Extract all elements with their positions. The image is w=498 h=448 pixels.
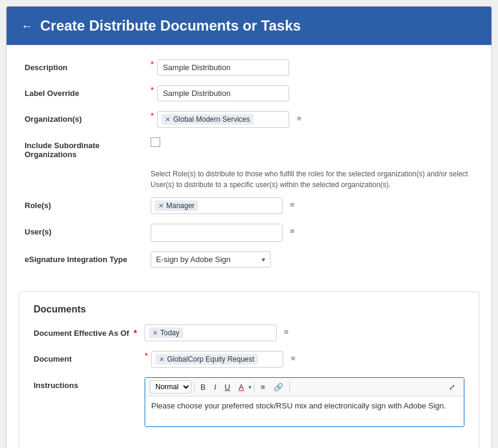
roles-list-icon[interactable]: ≡ (285, 197, 299, 212)
label-override-control: * (151, 85, 473, 101)
page-title: Create Distribute Documents or Tasks (40, 17, 301, 34)
doc-effective-list-icon[interactable]: ≡ (279, 324, 293, 339)
toolbar-expand-button[interactable]: ⤢ (445, 381, 459, 393)
description-required: * (151, 59, 154, 69)
page-wrapper: ← Create Distribute Documents or Tasks D… (6, 6, 492, 448)
organization-label: Organization(s) (25, 111, 151, 124)
document-chip-label: GlobalCorp Equity Request (167, 355, 254, 363)
doc-effective-required: * (134, 328, 137, 338)
toolbar-underline-button[interactable]: U (221, 381, 233, 393)
esignature-control: E-sign by Adobe Sign ▾ (151, 251, 473, 267)
doc-effective-row: Document Effective As Of * ✕ Today ≡ (34, 324, 464, 341)
document-chips: ✕ GlobalCorp Equity Request (155, 354, 279, 365)
organization-field[interactable]: ✕ Global Modern Services (157, 111, 289, 128)
doc-effective-control: ✕ Today ≡ (145, 324, 464, 341)
editor-content[interactable]: Please choose your preferred stock/RSU m… (145, 396, 464, 426)
subordinate-control (151, 137, 473, 147)
instructions-label: Instructions (34, 377, 145, 390)
document-chip-remove[interactable]: ✕ (159, 356, 164, 363)
toolbar-text-color-button[interactable]: A (235, 381, 248, 393)
roles-chip-label: Manager (166, 202, 194, 210)
description-input[interactable] (157, 59, 289, 76)
doc-effective-field[interactable]: ✕ Today (145, 324, 277, 341)
document-control: * ✕ GlobalCorp Equity Request ≡ (145, 351, 464, 368)
description-control: * (151, 59, 473, 76)
subordinate-checkbox[interactable] (151, 137, 160, 147)
description-label: Description (25, 59, 151, 72)
roles-label: Role(s) (25, 197, 151, 210)
instructions-control: Normal B I U A ▾ ≡ 🔗 ⤢ Please (145, 377, 464, 427)
organization-chips: ✕ Global Modern Services (161, 114, 285, 125)
organization-required: * (151, 111, 154, 121)
label-override-label: Label Override (25, 85, 151, 98)
roles-chip: ✕ Manager (155, 200, 198, 211)
roles-field[interactable]: ✕ Manager (151, 197, 283, 214)
subordinate-row: Include Subordinate Organizations (25, 137, 473, 159)
toolbar-link-button[interactable]: 🔗 (270, 381, 287, 393)
main-form: Description * Label Override * Organizat… (7, 45, 491, 291)
document-required: * (145, 351, 148, 360)
instructions-editor[interactable]: Normal B I U A ▾ ≡ 🔗 ⤢ Please (145, 377, 464, 427)
subordinate-label: Include Subordinate Organizations (25, 137, 151, 159)
toolbar-style-select[interactable]: Normal (150, 380, 191, 393)
document-row: Document * ✕ GlobalCorp Equity Request ≡ (34, 351, 464, 368)
toolbar-bold-button[interactable]: B (197, 381, 209, 393)
users-label: User(s) (25, 224, 151, 236)
organization-chip-label: Global Modern Services (173, 115, 250, 124)
doc-effective-chip-label: Today (160, 329, 179, 337)
label-override-row: Label Override * (25, 85, 473, 101)
doc-effective-chip-remove[interactable]: ✕ (152, 329, 158, 337)
toolbar-divider-1 (194, 382, 194, 392)
instructions-row: Instructions Normal B I U A ▾ ≡ (34, 377, 464, 427)
organization-list-icon[interactable]: ≡ (292, 111, 306, 125)
document-chip: ✕ GlobalCorp Equity Request (155, 354, 257, 365)
organization-chip-remove[interactable]: ✕ (165, 116, 170, 124)
users-field[interactable] (151, 224, 283, 242)
organization-row: Organization(s) * ✕ Global Modern Servic… (25, 111, 473, 128)
documents-section: Documents Document Effective As Of * ✕ T… (19, 291, 479, 448)
editor-toolbar: Normal B I U A ▾ ≡ 🔗 ⤢ (145, 378, 464, 396)
toolbar-italic-button[interactable]: I (211, 381, 220, 393)
document-field[interactable]: ✕ GlobalCorp Equity Request (151, 351, 283, 368)
document-list-icon[interactable]: ≡ (286, 351, 300, 365)
esignature-select[interactable]: E-sign by Adobe Sign ▾ (151, 251, 271, 267)
users-row: User(s) ≡ (25, 224, 473, 242)
organization-chip: ✕ Global Modern Services (161, 114, 253, 125)
users-list-icon[interactable]: ≡ (285, 224, 299, 238)
header: ← Create Distribute Documents or Tasks (7, 7, 491, 45)
doc-effective-chip: ✕ Today (149, 327, 183, 338)
esignature-value: E-sign by Adobe Sign (156, 255, 230, 264)
label-override-input[interactable] (157, 85, 289, 101)
documents-title: Documents (34, 304, 464, 315)
roles-control: ✕ Manager ≡ (151, 197, 473, 214)
toolbar-divider-3 (289, 382, 290, 392)
roles-chips: ✕ Manager (155, 200, 278, 211)
doc-effective-chips: ✕ Today (149, 327, 272, 338)
label-override-required: * (151, 85, 154, 95)
chevron-down-icon: ▾ (262, 255, 265, 264)
esignature-row: eSignature Integration Type E-sign by Ad… (25, 251, 473, 267)
roles-row: Role(s) ✕ Manager ≡ (25, 197, 473, 214)
esignature-label: eSignature Integration Type (25, 251, 151, 264)
description-row: Description * (25, 59, 473, 76)
users-control: ≡ (151, 224, 473, 242)
document-label: Document (34, 351, 145, 363)
toolbar-color-arrow[interactable]: ▾ (248, 384, 251, 390)
roles-chip-remove[interactable]: ✕ (158, 202, 164, 210)
toolbar-divider-2 (254, 382, 254, 392)
toolbar-list-button[interactable]: ≡ (257, 381, 269, 393)
organization-control: * ✕ Global Modern Services ≡ (151, 111, 473, 128)
back-button[interactable]: ← (21, 19, 33, 33)
info-text: Select Role(s) to distribute to those wh… (25, 169, 473, 190)
doc-effective-label: Document Effective As Of * (34, 324, 145, 338)
